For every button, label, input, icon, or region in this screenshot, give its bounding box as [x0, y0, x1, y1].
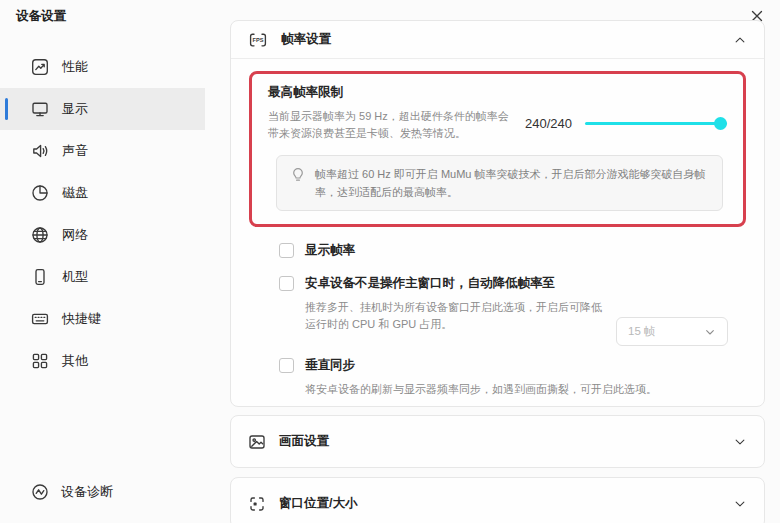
sound-icon [31, 142, 49, 160]
section-title: 窗口位置/大小 [279, 495, 720, 512]
sidebar-item-sound[interactable]: 声音 [0, 130, 205, 172]
performance-icon [31, 58, 49, 76]
disk-icon [31, 184, 49, 202]
show-fps-checkbox[interactable] [279, 243, 294, 258]
sidebar-item-shortcuts[interactable]: 快捷键 [0, 298, 205, 340]
fps-slider[interactable] [585, 117, 727, 130]
sidebar-item-device-diagnose[interactable]: 设备诊断 [0, 475, 205, 509]
auto-reduce-checkbox[interactable] [279, 276, 294, 291]
fps-tip-text: 帧率超过 60 Hz 即可开启 MuMu 帧率突破技术，开启后部分游戏能够突破自… [315, 165, 709, 201]
sidebar-item-device-model[interactable]: 机型 [0, 256, 205, 298]
auto-reduce-label[interactable]: 安卓设备不是操作主窗口时，自动降低帧率至 [305, 275, 607, 292]
auto-reduce-description: 推荐多开、挂机时为所有设备窗口开启此选项，开启后可降低运行时的 CPU 和 GP… [305, 299, 607, 334]
sidebar-footer-label: 设备诊断 [61, 483, 113, 501]
device-settings-window: 设备设置 性能 显示 [0, 0, 780, 523]
annotation-highlight-box: 最高帧率限制 当前显示器帧率为 59 Hz，超出硬件条件的帧率会带来资源浪费甚至… [249, 71, 746, 227]
show-fps-row: 显示帧率 [279, 242, 744, 259]
max-fps-title: 最高帧率限制 [268, 84, 511, 101]
picture-settings-card: 画面设置 [230, 415, 765, 468]
chevron-down-icon[interactable] [733, 435, 747, 449]
sidebar-item-label: 网络 [62, 226, 88, 244]
vsync-label[interactable]: 垂直同步 [305, 357, 657, 374]
framerate-settings-card: FPS 帧率设置 最高帧率限制 当前显示器帧率为 59 Hz，超出硬件条件的帧率… [230, 20, 765, 407]
vsync-row: 垂直同步 将安卓设备的刷新与显示器频率同步，如遇到画面撕裂，可开启此选项。 [279, 357, 744, 398]
display-icon [31, 100, 49, 118]
chevron-down-icon [704, 326, 716, 338]
chevron-down-icon[interactable] [733, 497, 747, 511]
fps-value-label: 240/240 [525, 116, 572, 131]
sidebar-item-network[interactable]: 网络 [0, 214, 205, 256]
picture-section-header[interactable]: 画面设置 [231, 416, 764, 467]
sidebar-item-performance[interactable]: 性能 [0, 46, 205, 88]
sidebar-item-label: 磁盘 [62, 184, 88, 202]
sidebar-item-label: 机型 [62, 268, 88, 286]
fps-tip-box: 帧率超过 60 Hz 即可开启 MuMu 帧率突破技术，开启后部分游戏能够突破自… [276, 155, 723, 211]
svg-text:FPS: FPS [253, 37, 264, 43]
vsync-checkbox[interactable] [279, 358, 294, 373]
device-model-icon [31, 268, 49, 286]
network-icon [31, 226, 49, 244]
sidebar-item-display[interactable]: 显示 [0, 88, 205, 130]
sidebar-item-label: 声音 [62, 142, 88, 160]
show-fps-label[interactable]: 显示帧率 [305, 242, 355, 259]
max-fps-description: 当前显示器帧率为 59 Hz，超出硬件条件的帧率会带来资源浪费甚至是卡顿、发热等… [268, 108, 511, 143]
sidebar-item-label: 显示 [62, 100, 88, 118]
sidebar-nav: 性能 显示 声音 磁盘 [0, 46, 205, 382]
reduce-fps-dropdown[interactable]: 15 帧 [616, 317, 728, 346]
settings-content: FPS 帧率设置 最高帧率限制 当前显示器帧率为 59 Hz，超出硬件条件的帧率… [230, 20, 765, 523]
sidebar: 性能 显示 声音 磁盘 [0, 0, 205, 523]
sidebar-item-label: 快捷键 [62, 310, 101, 328]
section-title: 画面设置 [279, 433, 720, 450]
sidebar-item-label: 性能 [62, 58, 88, 76]
window-position-card: 窗口位置/大小 [230, 477, 765, 523]
fps-slider-track[interactable] [585, 122, 727, 125]
reduce-fps-dropdown-value: 15 帧 [628, 324, 656, 339]
resize-icon [248, 495, 266, 513]
window-section-header[interactable]: 窗口位置/大小 [231, 478, 764, 523]
keyboard-icon [31, 310, 49, 328]
fps-icon: FPS [248, 31, 268, 49]
framerate-options: 显示帧率 安卓设备不是操作主窗口时，自动降低帧率至 推荐多开、挂机时为所有设备窗… [249, 242, 746, 398]
diagnose-icon [31, 483, 49, 501]
sidebar-item-other[interactable]: 其他 [0, 340, 205, 382]
section-title: 帧率设置 [281, 31, 720, 48]
grid-icon [31, 352, 49, 370]
fps-slider-thumb[interactable] [714, 117, 727, 130]
sidebar-item-disk[interactable]: 磁盘 [0, 172, 205, 214]
sidebar-item-label: 其他 [62, 352, 88, 370]
framerate-section-header[interactable]: FPS 帧率设置 [231, 21, 764, 59]
chevron-up-icon[interactable] [733, 33, 747, 47]
lightbulb-icon [290, 167, 306, 183]
framerate-section-body: 最高帧率限制 当前显示器帧率为 59 Hz，超出硬件条件的帧率会带来资源浪费甚至… [231, 59, 764, 408]
max-fps-setting: 最高帧率限制 当前显示器帧率为 59 Hz，超出硬件条件的帧率会带来资源浪费甚至… [268, 84, 727, 143]
image-icon [248, 433, 266, 451]
vsync-description: 将安卓设备的刷新与显示器频率同步，如遇到画面撕裂，可开启此选项。 [305, 381, 657, 399]
